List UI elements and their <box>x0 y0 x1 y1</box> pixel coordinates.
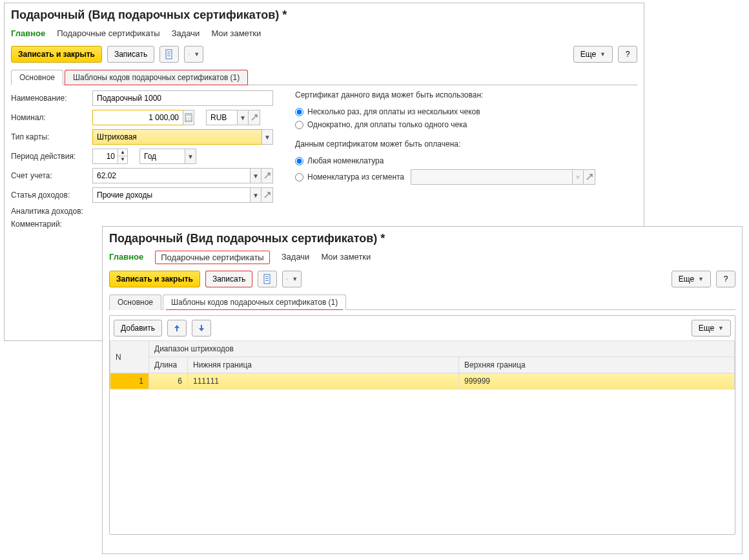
barcode-table[interactable]: N Диапазон штрихкодов Длина Нижняя грани… <box>110 340 735 389</box>
chevron-down-icon: ▼ <box>194 51 200 57</box>
step-up[interactable]: ▲ <box>118 149 127 156</box>
save-and-close-button[interactable]: Записать и закрыть <box>109 271 200 287</box>
svg-point-12 <box>188 119 189 121</box>
income-input[interactable] <box>92 187 250 203</box>
page-tabs: Основное Шаблоны кодов подарочных сертиф… <box>109 294 735 310</box>
chevron-down-icon: ▼ <box>600 51 606 57</box>
svg-rect-16 <box>265 278 269 279</box>
radio-any-nomenclature[interactable]: Любая номенклатура <box>295 156 637 165</box>
external-icon <box>262 190 272 200</box>
open-button[interactable] <box>249 110 260 125</box>
save-and-close-button[interactable]: Записать и закрыть <box>11 46 102 63</box>
open-button[interactable] <box>584 169 595 185</box>
report-button[interactable] <box>258 271 277 287</box>
attach-button[interactable]: ▼ <box>184 46 203 63</box>
help-button[interactable]: ? <box>716 271 735 287</box>
radio-once[interactable]: Однократно, для оплаты только одного чек… <box>295 120 637 129</box>
more-button[interactable]: Еще▼ <box>672 271 711 287</box>
move-down-button[interactable] <box>192 320 211 337</box>
account-input[interactable] <box>92 168 250 183</box>
usage-section-label: Сертификат данного вида может быть испол… <box>295 90 637 99</box>
name-input[interactable] <box>92 90 273 106</box>
svg-point-9 <box>188 118 189 119</box>
nominal-label: Номинал: <box>11 113 88 122</box>
dropdown-button[interactable]: ▼ <box>185 149 196 164</box>
dropdown-button: ▼ <box>572 169 584 185</box>
page-tabs: Основное Шаблоны кодов подарочных сертиф… <box>11 69 637 85</box>
card-type-label: Тип карты: <box>11 132 88 141</box>
step-down[interactable]: ▼ <box>118 156 127 163</box>
nav-tabs: Главное Подарочные сертификаты Задачи Мо… <box>109 251 735 264</box>
nav-notes[interactable]: Мои заметки <box>321 251 371 264</box>
attachment-icon <box>188 49 190 59</box>
save-button[interactable]: Записать <box>107 46 154 63</box>
svg-rect-1 <box>167 52 170 52</box>
attachment-icon <box>286 274 288 284</box>
external-icon <box>262 171 272 181</box>
segment-label: Номенклатура из сегмента <box>307 172 404 181</box>
tab-main[interactable]: Основное <box>11 70 63 85</box>
svg-point-11 <box>186 119 187 121</box>
cell-len: 6 <box>149 373 188 389</box>
cell-n: 1 <box>110 373 149 389</box>
cell-high: 999999 <box>459 373 735 389</box>
nav-certs[interactable]: Подарочные сертификаты <box>155 251 269 264</box>
col-low: Нижняя граница <box>188 357 459 373</box>
comment-label: Комментарий: <box>11 220 88 229</box>
svg-rect-2 <box>167 54 170 54</box>
dropdown-button[interactable]: ▼ <box>262 129 273 145</box>
nominal-input[interactable] <box>92 110 183 125</box>
nav-notes[interactable]: Мои заметки <box>211 27 261 39</box>
chevron-down-icon: ▼ <box>718 325 724 331</box>
segment-input <box>411 169 572 185</box>
more-button[interactable]: Еще▼ <box>573 46 613 63</box>
nav-certs[interactable]: Подарочные сертификаты <box>57 27 159 39</box>
dropdown-button[interactable]: ▼ <box>237 110 249 125</box>
tab-templates[interactable]: Шаблоны кодов подарочных сертификатов (1… <box>65 70 248 85</box>
add-button[interactable]: Добавить <box>114 320 162 337</box>
table-more-button[interactable]: Еще▼ <box>692 320 731 337</box>
svg-point-13 <box>190 119 191 121</box>
col-len: Длина <box>149 357 188 373</box>
tab-main[interactable]: Основное <box>109 295 161 310</box>
report-button[interactable] <box>159 46 179 63</box>
help-button[interactable]: ? <box>618 46 637 63</box>
analytics-label: Аналитика доходов: <box>11 207 88 216</box>
income-label: Статья доходов: <box>11 191 88 200</box>
period-unit-input[interactable] <box>139 149 185 164</box>
tab-templates[interactable]: Шаблоны кодов подарочных сертификатов (1… <box>163 295 346 310</box>
svg-point-10 <box>190 118 191 119</box>
external-icon <box>249 112 260 123</box>
save-button[interactable]: Записать <box>205 271 252 287</box>
dropdown-button[interactable]: ▼ <box>250 168 262 183</box>
col-range: Диапазон штрихкодов <box>149 341 735 357</box>
svg-rect-7 <box>186 114 191 116</box>
nav-main[interactable]: Главное <box>11 27 45 39</box>
svg-rect-3 <box>167 56 170 56</box>
chevron-down-icon: ▼ <box>292 276 298 282</box>
table-row[interactable]: 1 6 111111 999999 <box>110 373 735 389</box>
nav-tasks[interactable]: Задачи <box>172 27 200 39</box>
arrow-up-icon <box>172 323 182 333</box>
toolbar: Записать и закрыть Записать ▼ Еще▼ ? <box>109 271 735 287</box>
open-button[interactable] <box>262 187 273 203</box>
card-type-input[interactable] <box>92 129 262 145</box>
open-button[interactable] <box>262 168 273 183</box>
document-icon <box>164 49 174 59</box>
currency-input[interactable] <box>206 110 237 125</box>
move-up-button[interactable] <box>167 320 187 337</box>
svg-rect-15 <box>265 276 269 277</box>
col-high: Верхняя граница <box>459 357 735 373</box>
external-icon <box>584 172 595 182</box>
chevron-down-icon: ▼ <box>698 276 704 282</box>
calculator-icon[interactable] <box>183 110 194 125</box>
nav-main[interactable]: Главное <box>109 251 143 264</box>
radio-segment[interactable] <box>295 173 303 181</box>
dropdown-button[interactable]: ▼ <box>250 187 262 203</box>
svg-rect-17 <box>265 280 269 281</box>
radio-multiple[interactable]: Несколько раз, для оплаты из нескольких … <box>295 107 637 116</box>
period-input[interactable] <box>92 149 118 164</box>
attach-button[interactable]: ▼ <box>282 271 302 287</box>
nav-tasks[interactable]: Задачи <box>282 251 310 264</box>
period-stepper[interactable]: ▲▼ <box>92 149 128 164</box>
